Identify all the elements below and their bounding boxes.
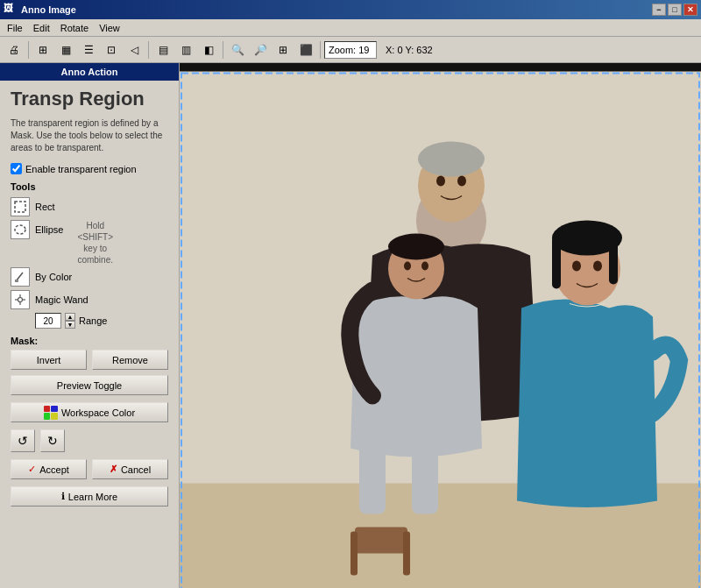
window-controls: − □ ✕ bbox=[652, 4, 697, 16]
toolbar-rows[interactable]: ☰ bbox=[78, 40, 99, 60]
panel-description: The transparent region is defined by a M… bbox=[0, 114, 179, 158]
svg-rect-3 bbox=[15, 280, 18, 282]
zoom-display: Zoom: 19 bbox=[324, 41, 377, 59]
svg-point-17 bbox=[388, 234, 444, 260]
cancel-x-icon: ✗ bbox=[110, 464, 117, 475]
mask-section-label: Mask: bbox=[0, 330, 179, 348]
close-button[interactable]: ✕ bbox=[683, 4, 697, 16]
cancel-button[interactable]: ✗ Cancel bbox=[92, 459, 168, 479]
svg-rect-25 bbox=[609, 237, 618, 285]
accept-cancel-row: ✓ Accept ✗ Cancel bbox=[0, 456, 179, 483]
toolbar-nav[interactable]: ◁ bbox=[124, 40, 145, 60]
svg-rect-29 bbox=[350, 532, 358, 576]
toolbar-fit[interactable]: ⊡ bbox=[101, 40, 122, 60]
menu-file[interactable]: File bbox=[2, 21, 28, 35]
tool-row-magic: Magic Wand bbox=[0, 288, 179, 311]
svg-rect-21 bbox=[412, 444, 438, 514]
tools-section-label: Tools bbox=[0, 180, 179, 195]
sep3 bbox=[223, 41, 223, 59]
toolbar-cols[interactable]: ▦ bbox=[55, 40, 76, 60]
toolbar-print[interactable]: 🖨 bbox=[4, 40, 25, 60]
magic-wand-tool-button[interactable] bbox=[11, 290, 30, 309]
learn-more-icon: ℹ bbox=[61, 491, 65, 502]
tool-row-rect: Rect bbox=[0, 195, 179, 218]
minimize-button[interactable]: − bbox=[652, 4, 666, 16]
svg-rect-20 bbox=[359, 444, 386, 514]
title-bar: 🖼 Anno Image − □ ✕ bbox=[0, 0, 701, 19]
photo-display bbox=[180, 63, 701, 588]
ellipse-tool-button[interactable] bbox=[11, 220, 30, 239]
range-label: Range bbox=[79, 315, 107, 326]
invert-button[interactable]: Invert bbox=[11, 350, 87, 370]
undo-redo-row: ↺ ↻ bbox=[0, 426, 179, 456]
menu-edit[interactable]: Edit bbox=[28, 21, 55, 35]
svg-point-15 bbox=[457, 176, 466, 187]
rect-tool-button[interactable] bbox=[11, 197, 30, 216]
panel-header: Anno Action bbox=[0, 63, 179, 81]
toolbar-grid[interactable]: ⊞ bbox=[32, 40, 53, 60]
menu-view[interactable]: View bbox=[94, 21, 125, 35]
toolbar-b3[interactable]: ◧ bbox=[198, 40, 219, 60]
coords-display: X: 0 Y: 632 bbox=[379, 45, 440, 55]
image-area bbox=[180, 63, 701, 588]
ellipse-hint-row: Ellipse Hold<SHIFT>key tocombine. bbox=[0, 218, 179, 266]
toolbar-b2[interactable]: ▥ bbox=[175, 40, 196, 60]
panel-title: Transp Region bbox=[0, 81, 179, 114]
toolbar-zoom-out[interactable]: 🔍 bbox=[227, 40, 248, 60]
range-input[interactable]: 20 bbox=[35, 313, 61, 329]
preview-toggle-button[interactable]: Preview Toggle bbox=[11, 375, 168, 395]
svg-point-18 bbox=[404, 262, 411, 271]
svg-rect-28 bbox=[355, 528, 407, 554]
accept-checkmark-icon: ✓ bbox=[28, 464, 36, 475]
svg-rect-24 bbox=[552, 237, 561, 289]
bycolor-tool-button[interactable] bbox=[11, 267, 30, 287]
menu-bar: File Edit Rotate View bbox=[0, 19, 701, 37]
svg-point-19 bbox=[421, 262, 428, 271]
range-row: 20 ▲ ▼ Range bbox=[0, 311, 179, 330]
menu-rotate[interactable]: Rotate bbox=[55, 21, 94, 35]
window-title: Anno Image bbox=[21, 4, 652, 15]
svg-rect-0 bbox=[15, 202, 25, 212]
enable-checkbox[interactable] bbox=[11, 163, 22, 174]
mask-buttons: Invert Remove bbox=[0, 348, 179, 372]
bycolor-tool-label: By Color bbox=[35, 272, 72, 282]
maximize-button[interactable]: □ bbox=[668, 4, 682, 16]
photo-svg bbox=[180, 63, 701, 588]
svg-point-1 bbox=[15, 225, 25, 234]
range-spinner[interactable]: ▲ ▼ bbox=[65, 313, 75, 329]
sep4 bbox=[320, 41, 321, 59]
rect-tool-label: Rect bbox=[35, 202, 55, 212]
remove-button[interactable]: Remove bbox=[92, 350, 168, 370]
svg-point-27 bbox=[593, 261, 602, 272]
sep1 bbox=[28, 41, 29, 59]
redo-button[interactable]: ↻ bbox=[40, 429, 65, 452]
learn-more-button[interactable]: ℹ Learn More bbox=[11, 486, 168, 507]
enable-label: Enable transparent region bbox=[25, 164, 137, 174]
accept-button[interactable]: ✓ Accept bbox=[11, 459, 87, 479]
main-layout: Anno Action Transp Region The transparen… bbox=[0, 63, 701, 588]
enable-checkbox-row: Enable transparent region bbox=[0, 158, 179, 180]
svg-point-8 bbox=[18, 298, 23, 302]
toolbar: 🖨 ⊞ ▦ ☰ ⊡ ◁ ▤ ▥ ◧ 🔍 🔎 ⊞ ⬛ Zoom: 19 X: 0 … bbox=[0, 37, 701, 63]
svg-rect-30 bbox=[403, 532, 410, 576]
sep2 bbox=[148, 41, 149, 59]
app-icon: 🖼 bbox=[4, 3, 18, 17]
hold-hint: Hold<SHIFT>key tocombine. bbox=[77, 218, 113, 266]
toolbar-zoom-in[interactable]: 🔎 bbox=[250, 40, 271, 60]
toolbar-b1[interactable]: ▤ bbox=[152, 40, 173, 60]
workspace-color-button[interactable]: Workspace Color bbox=[11, 402, 168, 422]
magic-wand-tool-label: Magic Wand bbox=[35, 294, 89, 305]
svg-point-13 bbox=[418, 142, 485, 177]
range-down[interactable]: ▼ bbox=[65, 321, 75, 329]
range-up[interactable]: ▲ bbox=[65, 313, 75, 321]
toolbar-fullscreen[interactable]: ⬛ bbox=[295, 40, 316, 60]
undo-button[interactable]: ↺ bbox=[11, 429, 35, 452]
svg-point-14 bbox=[436, 176, 445, 187]
ellipse-tool-label: Ellipse bbox=[35, 224, 63, 235]
svg-point-26 bbox=[572, 261, 581, 272]
workspace-color-icon bbox=[44, 406, 58, 420]
tool-row-bycolor: By Color bbox=[0, 266, 179, 288]
left-panel: Anno Action Transp Region The transparen… bbox=[0, 63, 180, 588]
toolbar-zoom-fit[interactable]: ⊞ bbox=[273, 40, 294, 60]
